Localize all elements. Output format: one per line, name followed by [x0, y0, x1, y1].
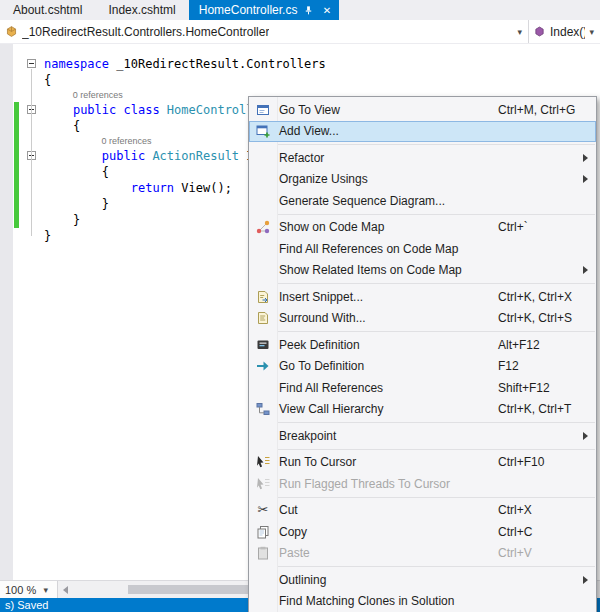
menu-item-label: Outlining — [277, 573, 498, 587]
paste-icon — [249, 545, 277, 561]
track-changes-bar — [14, 134, 19, 148]
menu-item-find-all-references-on-code-map[interactable]: Find All References on Code Map — [249, 238, 596, 260]
zoom-control[interactable]: 100 % ▾ — [0, 581, 58, 598]
menu-item-show-related-items-on-code-map[interactable]: Show Related Items on Code Map — [249, 260, 596, 282]
menu-separator — [277, 422, 595, 423]
menu-item-label: Cut — [277, 503, 498, 517]
add-view-icon — [249, 123, 277, 139]
menu-item-label: Paste — [277, 546, 498, 560]
breakpoint-margin[interactable] — [0, 44, 13, 580]
menu-separator — [277, 497, 595, 498]
menu-separator — [277, 331, 595, 332]
menu-item-shortcut: Ctrl+M, Ctrl+G — [498, 103, 578, 117]
menu-item-shortcut: F12 — [498, 359, 578, 373]
member-dropdown-value: Index() — [550, 25, 585, 39]
menu-item-label: Generate Sequence Diagram... — [277, 194, 498, 208]
pin-icon[interactable] — [302, 4, 315, 17]
go-to-definition-icon — [249, 358, 277, 374]
menu-item-breakpoint[interactable]: Breakpoint — [249, 425, 596, 447]
menu-item-label: Insert Snippet... — [277, 290, 498, 304]
menu-item-refactor[interactable]: Refactor — [249, 147, 596, 169]
code-line: namespace _10RedirectResult.Controllers — [44, 56, 600, 72]
menu-item-cut[interactable]: ✂CutCtrl+X — [249, 500, 596, 522]
tab-index-cshtml[interactable]: Index.cshtml — [95, 0, 188, 20]
copy-icon — [249, 524, 277, 540]
close-icon[interactable]: ✕ — [320, 4, 333, 17]
menu-item-find-matching-clones-in-solution[interactable]: Find Matching Clones in Solution — [249, 591, 596, 612]
surround-with-icon — [249, 310, 277, 326]
menu-item-label: Add View... — [277, 124, 498, 138]
menu-item-label: Find All References — [277, 381, 498, 395]
submenu-arrow-icon — [578, 576, 592, 584]
peek-definition-icon — [249, 337, 277, 353]
menu-item-view-call-hierarchy[interactable]: View Call HierarchyCtrl+K, Ctrl+T — [249, 399, 596, 421]
tab-label: HomeController.cs — [199, 3, 298, 17]
menu-item-label: Run To Cursor — [277, 455, 498, 469]
menu-item-peek-definition[interactable]: Peek DefinitionAlt+F12 — [249, 334, 596, 356]
track-changes-bar — [14, 102, 19, 118]
tab-label: About.cshtml — [13, 3, 82, 17]
member-dropdown[interactable]: Index() ▾ — [528, 20, 600, 43]
track-changes-bar — [14, 148, 19, 164]
outline-collapse-box[interactable] — [27, 59, 36, 68]
menu-item-shortcut: Ctrl+V — [498, 546, 578, 560]
class-icon — [5, 25, 18, 38]
submenu-arrow-icon — [578, 266, 592, 274]
menu-item-label: Copy — [277, 525, 498, 539]
track-changes-bar — [14, 118, 19, 134]
menu-item-generate-sequence-diagram[interactable]: Generate Sequence Diagram... — [249, 190, 596, 212]
submenu-arrow-icon — [578, 175, 592, 183]
menu-item-insert-snippet[interactable]: Insert Snippet...Ctrl+K, Ctrl+X — [249, 286, 596, 308]
menu-separator — [277, 283, 595, 284]
code-line: { — [44, 72, 600, 88]
menu-item-go-to-view[interactable]: Go To ViewCtrl+M, Ctrl+G — [249, 99, 596, 121]
submenu-arrow-icon — [578, 432, 592, 440]
tab-homecontroller-cs[interactable]: HomeController.cs✕ — [189, 0, 340, 20]
track-changes-bar — [14, 180, 19, 196]
menu-item-label: Show on Code Map — [277, 220, 498, 234]
menu-item-run-to-cursor[interactable]: Run To CursorCtrl+F10 — [249, 452, 596, 474]
go-to-view-icon — [249, 102, 277, 118]
menu-item-shortcut: Ctrl+K, Ctrl+X — [498, 290, 578, 304]
chevron-down-icon[interactable]: ▾ — [513, 27, 526, 37]
outline-guide-line — [31, 69, 32, 236]
menu-separator — [277, 144, 595, 145]
chevron-down-icon[interactable]: ▾ — [585, 27, 598, 37]
menu-item-label: Surround With... — [277, 311, 498, 325]
menu-item-shortcut: Alt+F12 — [498, 338, 578, 352]
menu-item-copy[interactable]: CopyCtrl+C — [249, 521, 596, 543]
chevron-down-icon: ▾ — [39, 585, 52, 595]
visual-studio-window: About.cshtmlIndex.cshtmlHomeController.c… — [0, 0, 600, 612]
menu-item-label: Go To Definition — [277, 359, 498, 373]
type-dropdown[interactable]: _10RedirectResult.Controllers.HomeContro… — [0, 20, 528, 43]
menu-item-shortcut: Ctrl+X — [498, 503, 578, 517]
menu-item-run-flagged-threads-to-cursor[interactable]: Run Flagged Threads To Cursor — [249, 473, 596, 495]
menu-item-add-view[interactable]: Add View... — [249, 121, 596, 143]
menu-item-label: Find Matching Clones in Solution — [277, 594, 498, 608]
status-text: s) Saved — [5, 598, 48, 612]
menu-item-label: Find All References on Code Map — [277, 242, 498, 256]
menu-item-outlining[interactable]: Outlining — [249, 569, 596, 591]
tab-about-cshtml[interactable]: About.cshtml — [0, 0, 95, 20]
cut-icon: ✂ — [249, 502, 277, 518]
menu-separator — [277, 214, 595, 215]
menu-item-find-all-references[interactable]: Find All ReferencesShift+F12 — [249, 377, 596, 399]
menu-separator — [277, 566, 595, 567]
menu-item-show-on-code-map[interactable]: Show on Code MapCtrl+` — [249, 217, 596, 239]
menu-item-label: Breakpoint — [277, 429, 498, 443]
tab-label: Index.cshtml — [108, 3, 175, 17]
menu-item-label: Organize Usings — [277, 172, 498, 186]
menu-item-go-to-definition[interactable]: Go To DefinitionF12 — [249, 356, 596, 378]
scroll-left-icon[interactable] — [63, 586, 68, 594]
menu-item-surround-with[interactable]: Surround With...Ctrl+K, Ctrl+S — [249, 308, 596, 330]
menu-item-organize-usings[interactable]: Organize Usings — [249, 169, 596, 191]
menu-item-shortcut: Ctrl+C — [498, 525, 578, 539]
track-changes-bar — [14, 196, 19, 212]
menu-item-shortcut: Shift+F12 — [498, 381, 578, 395]
menu-item-paste[interactable]: PasteCtrl+V — [249, 543, 596, 565]
menu-item-shortcut: Ctrl+F10 — [498, 455, 578, 469]
run-to-cursor-icon — [249, 454, 277, 470]
track-changes-bar — [14, 212, 19, 228]
menu-item-label: Run Flagged Threads To Cursor — [277, 477, 498, 491]
menu-item-shortcut: Ctrl+K, Ctrl+S — [498, 311, 578, 325]
